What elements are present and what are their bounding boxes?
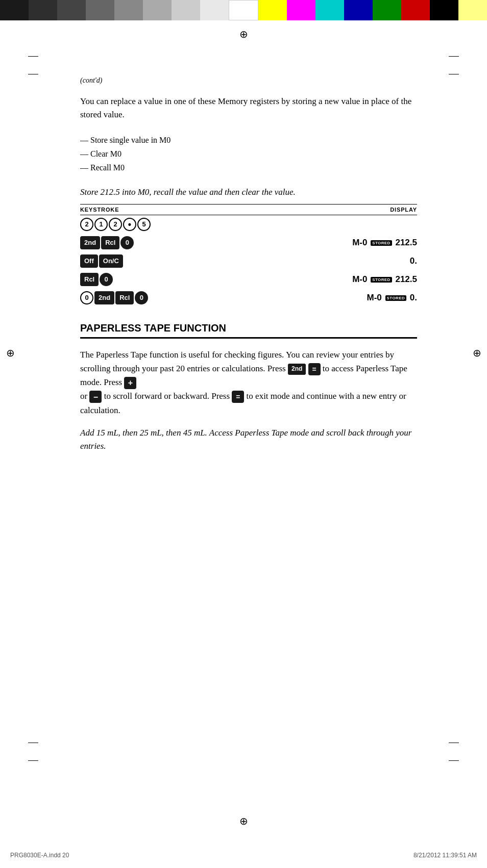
col-header-display: DISPLAY	[256, 204, 417, 215]
key-rcl3: Rcl	[115, 291, 134, 304]
display-cell: 0.	[256, 252, 417, 270]
margin-tick	[449, 760, 459, 761]
key-0b: 0	[100, 273, 113, 286]
table-row: 0 2nd Rcl 0 M-0 STORED 0.	[80, 289, 417, 307]
section-heading: PAPERLESS TAPE FUNCTION	[80, 322, 417, 334]
keystroke-table: KEYSTROKE DISPLAY 2 1 2 • 5	[80, 204, 417, 307]
inline-key-equals2: =	[232, 391, 244, 403]
keystroke-cell: Off On/C	[80, 252, 256, 270]
key-off: Off	[80, 254, 98, 268]
margin-tick	[28, 56, 38, 57]
keystroke-cell: 0 2nd Rcl 0	[80, 289, 256, 307]
table-row: 2 1 2 • 5	[80, 215, 417, 234]
key-0d: 0	[135, 291, 148, 304]
key-dot: •	[123, 218, 136, 231]
registration-mark-bottom: ⊕	[237, 815, 250, 827]
margin-tick	[449, 743, 459, 743]
footer-right: 8/21/2012 11:39:51 AM	[413, 852, 477, 859]
key-0: 0	[120, 236, 134, 249]
display-cell	[256, 215, 417, 234]
margin-tick	[449, 74, 459, 74]
main-content: (cont'd) You can replace a value in one …	[70, 20, 417, 453]
key-1: 1	[94, 218, 108, 231]
margin-tick	[28, 743, 38, 743]
cont-label: (cont'd)	[80, 76, 417, 85]
registration-mark-right-mid: ⊕	[471, 347, 483, 359]
table-row: 2nd Rcl 0 M-0 STORED 212.5	[80, 234, 417, 252]
color-bar	[0, 0, 487, 20]
bullet-item-3: Recall M0	[80, 161, 417, 174]
margin-tick	[449, 56, 459, 57]
table-row: Rcl 0 M-0 STORED 212.5	[80, 270, 417, 289]
margin-tick	[28, 74, 38, 74]
display-cell: M-0 STORED 212.5	[256, 270, 417, 289]
key-0c: 0	[80, 291, 93, 304]
italic-title: Store 212.5 into M0, recall the value an…	[80, 186, 417, 199]
italic-example: Add 15 mL, then 25 mL, then 45 mL. Acces…	[80, 426, 417, 453]
inline-key-plus: +	[124, 377, 136, 389]
key-2b: 2	[109, 218, 122, 231]
inline-key-2nd: 2nd	[288, 364, 306, 375]
bullet-item-2: Clear M0	[80, 147, 417, 161]
body-paragraph: The Paperless Tape function is useful fo…	[80, 348, 417, 417]
key-rcl: Rcl	[101, 236, 119, 249]
inline-key-minus: −	[89, 391, 102, 403]
key-5: 5	[137, 218, 151, 231]
table-row: Off On/C 0.	[80, 252, 417, 270]
keystroke-cell: 2 1 2 • 5	[80, 215, 256, 234]
key-2nd: 2nd	[80, 236, 100, 249]
key-2: 2	[80, 218, 93, 231]
stored-badge: STORED	[371, 277, 392, 283]
registration-mark-left-mid: ⊕	[4, 347, 16, 359]
margin-tick	[28, 760, 38, 761]
display-cell: M-0 STORED 0.	[256, 289, 417, 307]
footer: PRG8030E-A.indd 20 8/21/2012 11:39:51 AM	[0, 852, 487, 859]
registration-mark-top: ⊕	[237, 28, 250, 40]
stored-badge: STORED	[385, 295, 407, 301]
bullet-list: Store single value in M0 Clear M0 Recall…	[80, 133, 417, 175]
inline-key-equals: =	[308, 363, 321, 375]
key-rcl2: Rcl	[80, 273, 99, 286]
display-cell: M-0 STORED 212.5	[256, 234, 417, 252]
key-onc: On/C	[99, 254, 123, 268]
bullet-item-1: Store single value in M0	[80, 133, 417, 147]
key-2nd2: 2nd	[94, 291, 114, 304]
col-header-keystroke: KEYSTROKE	[80, 204, 256, 215]
section-rule	[80, 337, 417, 339]
keystroke-cell: 2nd Rcl 0	[80, 234, 256, 252]
intro-paragraph: You can replace a value in one of these …	[80, 95, 417, 122]
keystroke-cell: Rcl 0	[80, 270, 256, 289]
footer-left: PRG8030E-A.indd 20	[10, 852, 69, 859]
stored-badge: STORED	[371, 240, 392, 246]
